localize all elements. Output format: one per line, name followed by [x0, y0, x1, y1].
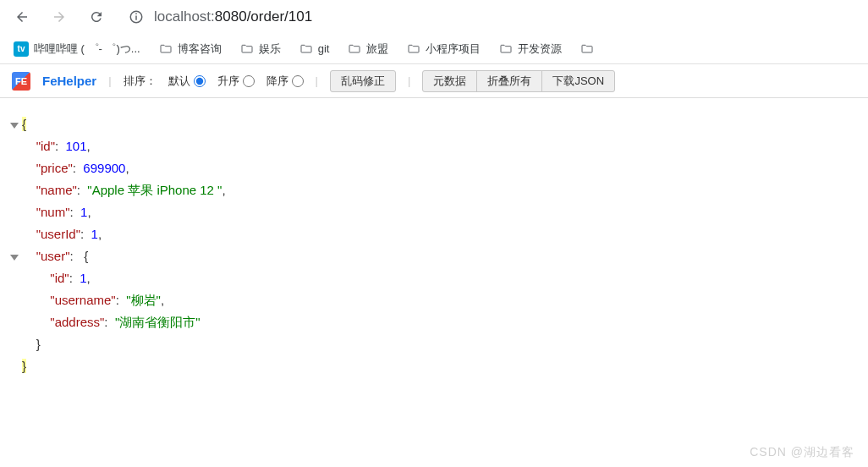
- separator: |: [108, 74, 111, 87]
- bookmark-label: git: [318, 42, 330, 55]
- browser-nav-row: localhost:8080/order/101: [0, 0, 868, 34]
- folder-icon: [499, 42, 513, 56]
- sort-label: 排序：: [124, 74, 157, 89]
- bookmark-item[interactable]: 小程序项目: [400, 38, 487, 60]
- bookmark-item[interactable]: 娱乐: [233, 38, 288, 60]
- bilibili-icon: tv: [14, 41, 29, 57]
- folder-icon: [299, 42, 313, 56]
- sort-asc-radio[interactable]: 升序: [217, 74, 255, 89]
- bookmarks-bar: tv哔哩哔哩 ( ゜- ゜)つ...博客咨询娱乐git旅盟小程序项目开发资源: [0, 34, 868, 64]
- json-line[interactable]: "name": "Apple 苹果 iPhone 12 ",: [7, 179, 861, 201]
- forward-button[interactable]: [44, 2, 74, 32]
- bookmark-item[interactable]: 开发资源: [492, 38, 569, 60]
- collapse-toggle-icon[interactable]: [10, 123, 19, 129]
- download-json-button[interactable]: 下载JSON: [541, 70, 615, 92]
- bookmark-label: 旅盟: [366, 41, 388, 57]
- fehelper-toolbar: FE FeHelper | 排序： 默认 升序 降序 | 乱码修正 | 元数据 …: [0, 64, 868, 98]
- metadata-button[interactable]: 元数据: [422, 70, 477, 92]
- separator: |: [316, 74, 318, 87]
- folder-icon: [580, 42, 594, 56]
- svg-rect-1: [135, 16, 137, 20]
- site-info-icon[interactable]: [129, 9, 144, 25]
- bookmark-item[interactable]: 旅盟: [341, 38, 395, 60]
- arrow-left-icon: [14, 9, 30, 25]
- json-line[interactable]: "username": "柳岩",: [7, 289, 861, 311]
- sort-desc-radio[interactable]: 降序: [266, 74, 304, 89]
- folder-icon: [407, 42, 420, 56]
- json-line[interactable]: {: [7, 113, 861, 135]
- bookmark-label: 开发资源: [518, 41, 562, 57]
- collapse-toggle-icon[interactable]: [10, 255, 19, 261]
- json-line[interactable]: "id": 101,: [7, 135, 861, 157]
- separator: |: [408, 74, 410, 87]
- sort-default-radio[interactable]: 默认: [168, 74, 206, 89]
- bookmark-label: 小程序项目: [426, 41, 481, 57]
- address-bar[interactable]: localhost:8080/order/101: [118, 3, 861, 30]
- back-button[interactable]: [7, 2, 37, 32]
- charset-fix-button[interactable]: 乱码修正: [330, 70, 396, 92]
- json-line[interactable]: "userId": 1,: [7, 223, 861, 245]
- bookmark-item[interactable]: 博客咨询: [152, 38, 228, 60]
- bookmark-label: 哔哩哔哩 ( ゜- ゜)つ...: [34, 41, 140, 57]
- arrow-right-icon: [52, 9, 67, 25]
- folder-icon: [240, 42, 254, 56]
- fehelper-logo-icon: FE: [12, 72, 30, 91]
- url-text: localhost:8080/order/101: [154, 8, 312, 25]
- reload-button[interactable]: [81, 2, 112, 32]
- collapse-all-button[interactable]: 折叠所有: [476, 70, 542, 92]
- bookmark-item[interactable]: tv哔哩哔哩 ( ゜- ゜)つ...: [7, 38, 147, 60]
- json-line[interactable]: }: [7, 333, 861, 355]
- svg-rect-2: [135, 14, 137, 15]
- json-line[interactable]: "address": "湖南省衡阳市": [7, 311, 861, 333]
- json-line[interactable]: "id": 1,: [7, 267, 861, 289]
- bookmark-label: 博客咨询: [178, 41, 222, 57]
- json-line[interactable]: "user": {: [7, 245, 861, 267]
- json-viewer: { "id": 101, "price": 699900, "name": "A…: [0, 98, 868, 393]
- bookmark-item[interactable]: git: [293, 39, 337, 59]
- bookmark-label: 娱乐: [259, 41, 281, 57]
- reload-icon: [89, 9, 104, 25]
- folder-icon: [348, 42, 361, 56]
- fehelper-brand: FeHelper: [42, 74, 96, 88]
- json-line[interactable]: }: [7, 355, 861, 377]
- json-line[interactable]: "num": 1,: [7, 201, 861, 223]
- bookmark-item[interactable]: [574, 39, 606, 59]
- json-line[interactable]: "price": 699900,: [7, 157, 861, 179]
- watermark-text: CSDN @湖边看客: [750, 445, 854, 460]
- folder-icon: [159, 42, 173, 56]
